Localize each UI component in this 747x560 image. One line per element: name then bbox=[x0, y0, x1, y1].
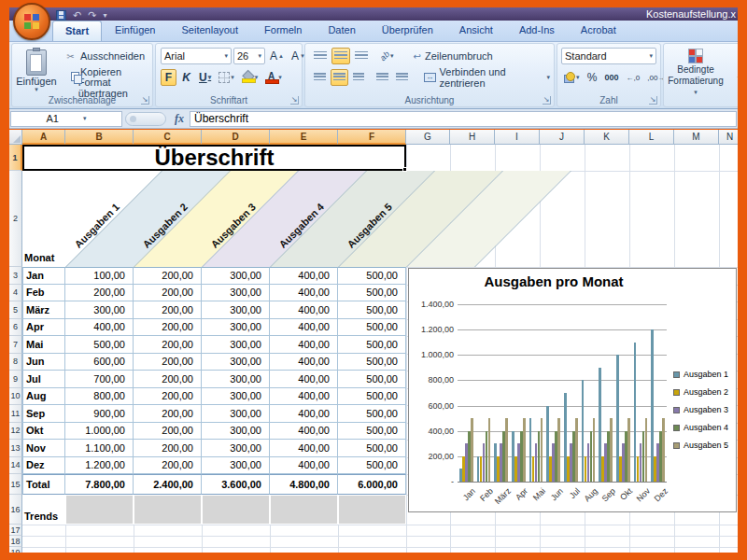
cell-value[interactable]: 400,00 bbox=[270, 388, 338, 406]
cell-value[interactable]: 300,00 bbox=[202, 423, 270, 441]
dialog-launcher-icon[interactable]: ↘ bbox=[290, 96, 299, 105]
row-header-15[interactable]: 15 bbox=[9, 474, 22, 495]
cell-value[interactable]: 400,00 bbox=[270, 301, 338, 319]
format-as-table-button[interactable]: Als T format bbox=[729, 47, 738, 86]
row-header-10[interactable]: 10 bbox=[9, 388, 22, 406]
cell-value[interactable]: 400,00 bbox=[270, 423, 338, 441]
cell-value[interactable]: 400,00 bbox=[270, 371, 338, 388]
column-header-F[interactable]: F bbox=[338, 130, 406, 145]
cell-value[interactable]: 400,00 bbox=[270, 405, 338, 423]
cell-value[interactable]: 500,00 bbox=[338, 388, 406, 406]
cell-value[interactable]: 200,00 bbox=[134, 336, 202, 354]
trend-sparkline-cell[interactable] bbox=[339, 496, 405, 524]
cell-value[interactable]: 1.200,00 bbox=[65, 457, 134, 475]
column-header-L[interactable]: L bbox=[629, 130, 674, 145]
cell-value[interactable]: 200,00 bbox=[65, 285, 134, 302]
cut-button[interactable]: ✂ Ausschneiden bbox=[61, 49, 152, 63]
row-header-16[interactable]: 16 bbox=[9, 495, 22, 525]
column-header-H[interactable]: H bbox=[450, 130, 495, 145]
formula-input[interactable]: Überschrift bbox=[190, 111, 737, 127]
column-header-J[interactable]: J bbox=[540, 130, 585, 145]
cell-value[interactable]: 300,00 bbox=[202, 440, 270, 457]
tab-add-ins[interactable]: Add-Ins bbox=[506, 20, 568, 41]
percent-button[interactable]: % bbox=[585, 69, 600, 86]
font-name-select[interactable]: Arial ▾ bbox=[161, 48, 232, 64]
decrease-indent-button[interactable] bbox=[374, 69, 391, 86]
row-header-9[interactable]: 9 bbox=[9, 371, 22, 388]
cell-value[interactable]: 400,00 bbox=[65, 319, 134, 337]
cell-value[interactable]: 500,00 bbox=[338, 354, 406, 371]
trend-sparkline-cell[interactable] bbox=[134, 496, 201, 524]
italic-button[interactable]: K bbox=[178, 69, 194, 86]
row-header-14[interactable]: 14 bbox=[9, 457, 22, 475]
cell-month[interactable]: Feb bbox=[22, 285, 65, 302]
column-header-N[interactable]: N bbox=[719, 130, 738, 145]
paste-dropdown-icon[interactable]: ▾ bbox=[35, 87, 38, 92]
cell-value[interactable]: 200,00 bbox=[134, 319, 202, 337]
increase-indent-button[interactable] bbox=[393, 69, 411, 86]
row-header-2[interactable]: 2 bbox=[9, 171, 22, 267]
cell-value[interactable]: 500,00 bbox=[338, 285, 406, 302]
dialog-launcher-icon[interactable]: ↘ bbox=[649, 96, 657, 105]
number-format-select[interactable]: Standard ▾ bbox=[561, 48, 656, 64]
cell-total-value[interactable]: 7.800,00 bbox=[65, 474, 134, 495]
cell-month[interactable]: Aug bbox=[22, 388, 65, 406]
align-middle-button[interactable] bbox=[331, 48, 350, 64]
cell-value[interactable]: 500,00 bbox=[338, 440, 406, 457]
column-header-K[interactable]: K bbox=[585, 130, 629, 145]
cell-value[interactable]: 500,00 bbox=[338, 423, 406, 441]
column-header-I[interactable]: I bbox=[495, 130, 540, 145]
cell-month[interactable]: Dez bbox=[22, 457, 65, 475]
cell-value[interactable]: 300,00 bbox=[202, 371, 270, 388]
cell-value[interactable]: 900,00 bbox=[65, 405, 134, 423]
row-header-6[interactable]: 6 bbox=[9, 319, 22, 337]
cell-value[interactable]: 200,00 bbox=[134, 371, 202, 388]
cell-value[interactable]: 500,00 bbox=[338, 267, 406, 285]
cell-month[interactable]: Apr bbox=[22, 319, 65, 337]
font-color-button[interactable]: A▾ bbox=[262, 69, 285, 86]
increase-decimal-button[interactable]: ←,0 bbox=[624, 69, 643, 86]
cell-value[interactable]: 300,00 bbox=[202, 285, 270, 302]
row-header-12[interactable]: 12 bbox=[9, 423, 22, 441]
cell-month[interactable]: März bbox=[22, 301, 65, 319]
cell-month[interactable]: Nov bbox=[22, 440, 65, 457]
cell-value[interactable]: 200,00 bbox=[134, 285, 202, 302]
column-header-G[interactable]: G bbox=[406, 130, 450, 145]
row-header-8[interactable]: 8 bbox=[9, 354, 22, 371]
align-right-button[interactable] bbox=[350, 69, 368, 86]
cell-value[interactable]: 300,00 bbox=[202, 319, 270, 337]
name-box-dropdown-icon[interactable]: ▾ bbox=[83, 115, 87, 122]
cell-value[interactable]: 300,00 bbox=[202, 388, 270, 406]
tab-seitenlayout[interactable]: Seitenlayout bbox=[169, 20, 252, 41]
cell-total-value[interactable]: 4.800,00 bbox=[270, 474, 338, 495]
thousands-button[interactable]: 000 bbox=[602, 69, 622, 86]
selection-fill-handle[interactable] bbox=[402, 167, 407, 172]
cell-value[interactable]: 500,00 bbox=[338, 457, 406, 475]
paste-button[interactable]: Einfügen ▾ bbox=[17, 48, 56, 102]
align-center-button[interactable] bbox=[331, 69, 348, 86]
redo-icon[interactable]: ↷ bbox=[88, 10, 96, 21]
conditional-formatting-button[interactable]: Bedingte Formatierung ▾ bbox=[668, 47, 724, 98]
title-cell[interactable]: Überschrift bbox=[22, 145, 406, 171]
office-button[interactable] bbox=[13, 3, 50, 40]
underline-button[interactable]: U▾ bbox=[196, 69, 214, 86]
row-header-4[interactable]: 4 bbox=[9, 285, 22, 302]
row-header-5[interactable]: 5 bbox=[9, 301, 22, 319]
orientation-button[interactable]: ab▾ bbox=[377, 48, 397, 64]
borders-button[interactable]: ▾ bbox=[216, 69, 237, 86]
column-header-A[interactable]: A bbox=[22, 130, 65, 145]
cell-value[interactable]: 200,00 bbox=[134, 423, 202, 441]
cell-value[interactable]: 500,00 bbox=[338, 319, 406, 337]
insert-function-button[interactable]: fx bbox=[169, 112, 190, 126]
wrap-text-button[interactable]: ↩ Zeilenumbruch bbox=[410, 49, 497, 63]
row-header-3[interactable]: 3 bbox=[9, 267, 22, 285]
trend-sparkline-cell[interactable] bbox=[66, 496, 133, 524]
cell-month[interactable]: Jan bbox=[22, 267, 65, 285]
trend-sparkline-cell[interactable] bbox=[203, 496, 269, 524]
worksheet-grid[interactable]: ABCDEFGHIJKLMN12345678910111213141516171… bbox=[9, 130, 738, 553]
name-box[interactable]: A1 ▾ bbox=[10, 111, 122, 127]
tab-einfügen[interactable]: Einfügen bbox=[102, 20, 168, 41]
cell-total-value[interactable]: 2.400,00 bbox=[134, 474, 202, 495]
cell-value[interactable]: 300,00 bbox=[202, 336, 270, 354]
row-header-1[interactable]: 1 bbox=[9, 145, 22, 171]
